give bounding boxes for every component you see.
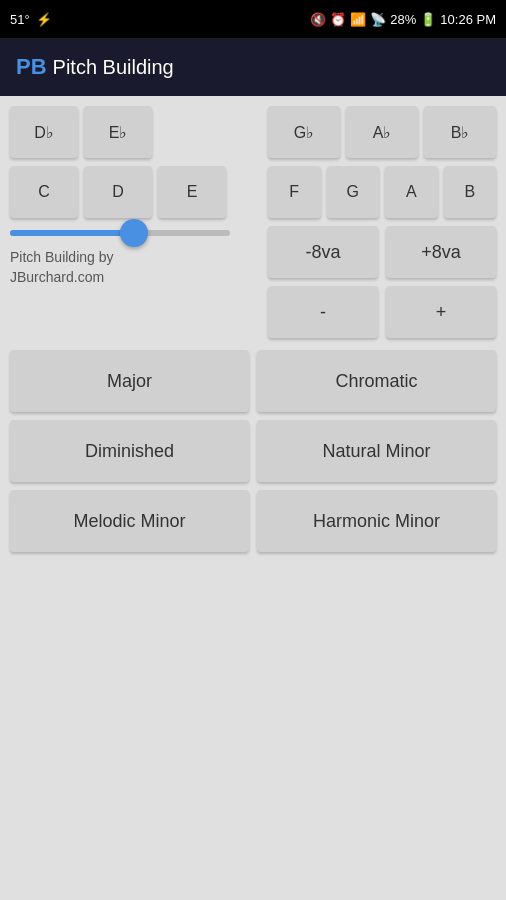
alarm-icon: ⏰ — [330, 12, 346, 27]
battery-percent: 28% — [390, 12, 416, 27]
status-right: 🔇 ⏰ 📶 📡 28% 🔋 10:26 PM — [310, 12, 496, 27]
note-btn-ab[interactable]: A♭ — [346, 106, 418, 158]
scale-btn-chromatic[interactable]: Chromatic — [257, 350, 496, 412]
note-btn-d[interactable]: D — [84, 166, 152, 218]
minus-button[interactable]: - — [268, 286, 378, 338]
flats-right-row: G♭ A♭ B♭ — [268, 106, 496, 158]
status-bar: 51° ⚡ 🔇 ⏰ 📶 📡 28% 🔋 10:26 PM — [0, 0, 506, 38]
scale-btn-melodic-minor[interactable]: Melodic Minor — [10, 490, 249, 552]
plus-button[interactable]: + — [386, 286, 496, 338]
note-btn-b[interactable]: B — [444, 166, 497, 218]
octave-up-button[interactable]: +8va — [386, 226, 496, 278]
attribution: Pitch Building by JBurchard.com — [10, 248, 260, 287]
note-btn-db[interactable]: D♭ — [10, 106, 78, 158]
slider-track — [10, 230, 230, 236]
scales-row-1: Major Chromatic — [10, 350, 496, 412]
note-btn-e[interactable]: E — [158, 166, 226, 218]
note-btn-f[interactable]: F — [268, 166, 321, 218]
app-bar: PB Pitch Building — [0, 38, 506, 96]
usb-icon: ⚡ — [36, 12, 52, 27]
app-acronym: PB — [16, 54, 47, 80]
scale-btn-diminished[interactable]: Diminished — [10, 420, 249, 482]
note-btn-eb[interactable]: E♭ — [84, 106, 152, 158]
note-btn-g[interactable]: G — [327, 166, 380, 218]
status-left: 51° ⚡ — [10, 12, 52, 27]
signal-icon: 📡 — [370, 12, 386, 27]
main-content: D♭ E♭ C D E Pitch Building by JBurchard.… — [0, 96, 506, 900]
attribution-line2: JBurchard.com — [10, 268, 260, 288]
wifi-icon: 📶 — [350, 12, 366, 27]
note-btn-a[interactable]: A — [385, 166, 438, 218]
note-btn-gb[interactable]: G♭ — [268, 106, 340, 158]
scale-btn-major[interactable]: Major — [10, 350, 249, 412]
note-btn-bb[interactable]: B♭ — [424, 106, 496, 158]
top-section: D♭ E♭ C D E Pitch Building by JBurchard.… — [10, 106, 496, 338]
naturals-row: C D E — [10, 166, 260, 218]
octave-row: -8va +8va — [268, 226, 496, 278]
scales-row-2: Diminished Natural Minor — [10, 420, 496, 482]
app-title: Pitch Building — [53, 56, 174, 79]
mute-icon: 🔇 — [310, 12, 326, 27]
time-display: 10:26 PM — [440, 12, 496, 27]
slider-thumb[interactable] — [120, 219, 148, 247]
battery-temp: 51° — [10, 12, 30, 27]
naturals-right-row: F G A B — [268, 166, 496, 218]
scales-row-3: Melodic Minor Harmonic Minor — [10, 490, 496, 552]
right-column: G♭ A♭ B♭ F G A B -8va +8va - + — [268, 106, 496, 338]
scale-btn-natural-minor[interactable]: Natural Minor — [257, 420, 496, 482]
left-column: D♭ E♭ C D E Pitch Building by JBurchard.… — [10, 106, 260, 338]
scale-btn-harmonic-minor[interactable]: Harmonic Minor — [257, 490, 496, 552]
octave-down-button[interactable]: -8va — [268, 226, 378, 278]
attribution-line1: Pitch Building by — [10, 248, 260, 268]
plusminus-row: - + — [268, 286, 496, 338]
pitch-slider-container — [10, 226, 260, 240]
note-btn-c[interactable]: C — [10, 166, 78, 218]
battery-icon: 🔋 — [420, 12, 436, 27]
flats-left-row: D♭ E♭ — [10, 106, 260, 158]
scales-section: Major Chromatic Diminished Natural Minor… — [10, 350, 496, 552]
slider-fill — [10, 230, 125, 236]
